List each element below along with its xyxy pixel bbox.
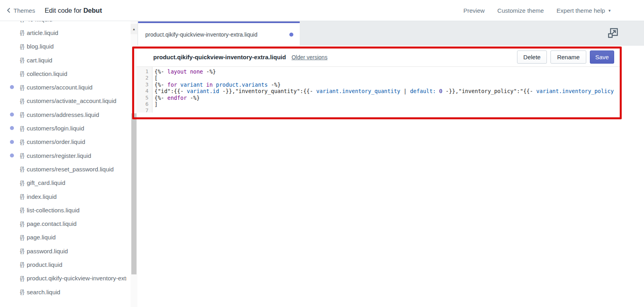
back-to-themes-link[interactable]: Themes xyxy=(6,7,35,14)
editor-buttons: Delete Rename Save xyxy=(517,51,614,64)
code-line: {"id":{{- variant.id -}},"inventory_quan… xyxy=(154,88,620,94)
sidebar-file-item[interactable]: {/} index.liquid xyxy=(0,190,127,203)
file-label: customers/reset_password.liquid xyxy=(27,166,113,173)
code-file-icon: {/} xyxy=(20,275,24,282)
code-line: {%- layout none -%} xyxy=(154,68,620,75)
code-file-icon: {/} xyxy=(20,111,24,118)
code-file-icon: {/} xyxy=(20,289,24,295)
rename-button[interactable]: Rename xyxy=(550,51,586,64)
file-label: article.liquid xyxy=(27,29,58,36)
sidebar-file-item[interactable]: {/} customers/register.liquid xyxy=(0,149,127,162)
code-file-icon: {/} xyxy=(20,261,24,268)
editor-file-header: product.qikify-quickview-inventory-extra… xyxy=(137,48,620,66)
tab-product-qikify-quickview-inventory-extra[interactable]: product.qikify-quickview-inventory-extra… xyxy=(138,21,300,46)
file-label: cart.liquid xyxy=(27,57,52,64)
sidebar-file-item[interactable]: {/} 404.liquid xyxy=(0,21,127,26)
sidebar-file-item[interactable]: {/} customers/login.liquid xyxy=(0,121,127,135)
sidebar-file-item[interactable]: {/} customers/addresses.liquid xyxy=(0,108,127,121)
file-label: index.liquid xyxy=(27,193,57,200)
code-file-icon: {/} xyxy=(20,70,24,77)
expand-editor-button[interactable] xyxy=(607,27,619,39)
code-file-icon: {/} xyxy=(20,193,24,200)
file-label: product.qikify-quickview-inventory-extra… xyxy=(27,275,127,282)
code-editor[interactable]: 1234567 {%- layout none -%}[{%- for vari… xyxy=(137,67,620,113)
page: Themes Edit code for Debut Preview Custo… xyxy=(0,0,644,307)
sidebar-file-item[interactable]: {/} customers/activate_account.liquid xyxy=(0,94,127,108)
editor-filename: product.qikify-quickview-inventory-extra… xyxy=(137,54,286,60)
file-label: customers/register.liquid xyxy=(27,152,91,159)
topbar: Themes Edit code for Debut Preview Custo… xyxy=(0,0,644,21)
tab-label: product.qikify-quickview-inventory-extra… xyxy=(138,31,258,38)
file-label: password.liquid xyxy=(27,248,68,255)
modified-dot xyxy=(10,113,14,117)
code-file-icon: {/} xyxy=(20,152,24,159)
file-sidebar: {/} 404.liquid {/} article.liquid {/} bl… xyxy=(0,21,131,307)
file-label: search.liquid xyxy=(27,289,60,295)
file-label: list-collections.liquid xyxy=(27,207,80,214)
sidebar-file-item[interactable]: {/} product.liquid xyxy=(0,258,127,271)
file-label: product.liquid xyxy=(27,261,62,268)
code-file-icon: {/} xyxy=(20,180,24,186)
unsaved-changes-dot xyxy=(289,33,293,37)
code-file-icon: {/} xyxy=(20,57,24,63)
code-line: {%- for variant in product.variants -%} xyxy=(154,82,620,88)
code-file-icon: {/} xyxy=(20,221,24,227)
editor-region: product.qikify-quickview-inventory-extra… xyxy=(137,21,644,307)
scrollbar-up-arrow[interactable]: ▲ xyxy=(131,24,137,34)
code-file-icon: {/} xyxy=(20,139,24,145)
code-file-icon: {/} xyxy=(20,43,24,50)
sidebar-file-item[interactable]: {/} page.contact.liquid xyxy=(0,217,127,230)
sidebar-file-item[interactable]: {/} search.liquid xyxy=(0,285,127,299)
sidebar-file-item[interactable]: {/} product.qikify-quickview-inventory-e… xyxy=(0,272,127,285)
customize-theme-link[interactable]: Customize theme xyxy=(498,7,544,14)
code-file-icon: {/} xyxy=(20,125,24,132)
customize-theme-label: Customize theme xyxy=(498,7,544,14)
sidebar-file-item[interactable]: {/} password.liquid xyxy=(0,244,127,258)
expert-theme-help-label: Expert theme help xyxy=(556,7,605,14)
file-label: customers/login.liquid xyxy=(27,125,84,132)
code-file-icon: {/} xyxy=(20,207,24,213)
delete-button[interactable]: Delete xyxy=(517,51,547,64)
code-line: ] xyxy=(154,101,620,107)
code-line: {%- endfor -%} xyxy=(154,95,620,101)
code-file-icon: {/} xyxy=(20,166,24,172)
sidebar-file-item[interactable]: {/} gift_card.liquid xyxy=(0,176,127,190)
code-line: [ xyxy=(154,75,620,81)
sidebar-file-item[interactable]: {/} customers/account.liquid xyxy=(0,80,127,94)
sidebar-file-item[interactable]: {/} list-collections.liquid xyxy=(0,203,127,217)
main-area: {/} 404.liquid {/} article.liquid {/} bl… xyxy=(0,21,644,307)
code-file-icon: {/} xyxy=(20,248,24,254)
modified-dot xyxy=(10,154,14,157)
sidebar-file-item[interactable]: {/} customers/order.liquid xyxy=(0,135,127,149)
file-label: customers/activate_account.liquid xyxy=(27,97,116,104)
sidebar-file-item[interactable]: {/} page.liquid xyxy=(0,231,127,244)
file-label: blog.liquid xyxy=(27,43,54,50)
modified-dot xyxy=(10,140,14,144)
older-versions-link[interactable]: Older versions xyxy=(291,54,327,60)
code-line xyxy=(154,107,620,113)
expert-theme-help-dropdown[interactable]: Expert theme help ▼ xyxy=(556,7,611,14)
back-label: Themes xyxy=(14,7,35,14)
page-title-theme-name: Debut xyxy=(83,7,102,14)
save-button[interactable]: Save xyxy=(590,51,614,64)
file-list: {/} 404.liquid {/} article.liquid {/} bl… xyxy=(0,21,127,299)
code-file-icon: {/} xyxy=(20,84,24,91)
file-label: customers/order.liquid xyxy=(27,138,85,145)
modified-dot xyxy=(10,85,14,89)
page-title-prefix: Edit code for xyxy=(45,7,82,14)
file-label: page.contact.liquid xyxy=(27,220,76,227)
sidebar-file-item[interactable]: {/} blog.liquid xyxy=(0,40,127,53)
file-label: customers/account.liquid xyxy=(27,84,92,91)
file-label: gift_card.liquid xyxy=(27,179,65,186)
preview-link[interactable]: Preview xyxy=(463,7,484,14)
page-title: Edit code for Debut xyxy=(45,7,102,14)
scrollbar-thumb[interactable] xyxy=(131,113,137,274)
file-label: collection.liquid xyxy=(27,70,67,77)
sidebar-file-item[interactable]: {/} customers/reset_password.liquid xyxy=(0,162,127,176)
code-file-icon: {/} xyxy=(20,29,24,36)
code-file-icon: {/} xyxy=(20,98,24,104)
sidebar-file-item[interactable]: {/} article.liquid xyxy=(0,26,127,39)
sidebar-file-item[interactable]: {/} collection.liquid xyxy=(0,67,127,80)
sidebar-file-item[interactable]: {/} cart.liquid xyxy=(0,53,127,67)
file-label: customers/addresses.liquid xyxy=(27,111,99,118)
